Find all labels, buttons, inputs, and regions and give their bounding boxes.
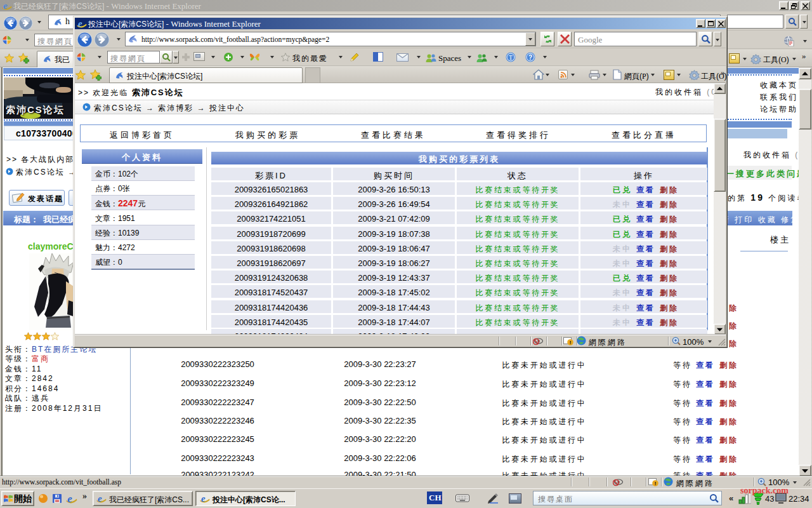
svg-text:e: e: [78, 18, 82, 29]
svg-text:!: !: [570, 340, 572, 345]
svg-text:e: e: [98, 493, 102, 504]
svg-text:e: e: [201, 493, 206, 504]
svg-text:e: e: [3, 1, 8, 11]
svg-text:T: T: [509, 54, 513, 61]
svg-text:e: e: [67, 493, 72, 504]
svg-text:?: ?: [528, 54, 532, 61]
svg-text:!: !: [655, 481, 657, 486]
